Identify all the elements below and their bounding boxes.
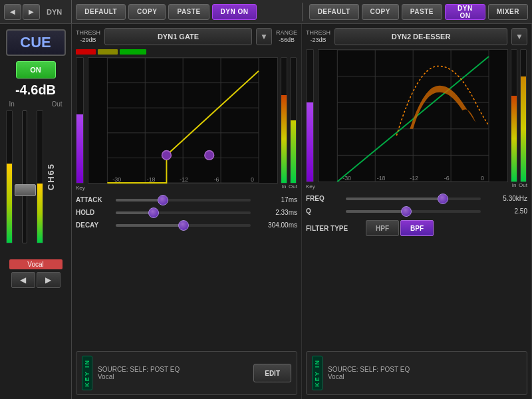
decay-value: 304.00ms [251,221,297,229]
hold-value: 2.33ms [251,209,297,216]
dyn2-notch-fill [410,86,475,129]
dyn1-thresh-info: THRESH -29dB [76,29,100,44]
freq-fill [346,198,443,200]
dyn2-out-meter-area: Out [519,49,527,188]
main-area: CUE ON -4.6dB In Out [0,24,532,399]
out-label: Out [51,100,62,108]
fader-track[interactable] [22,110,27,243]
q-slider[interactable] [346,210,481,213]
dyn1-graph-canvas: -30 -18 -12 -6 0 [88,57,278,184]
svg-text:0: 0 [251,176,254,183]
decay-row: DECAY 304.00ms [76,221,297,229]
dyn2-right-meters: In Out [511,49,527,190]
dyn1-key-in-source: SOURCE: SELF: POST EQ [98,366,248,373]
fader-area[interactable] [15,110,34,243]
out-meter [37,110,43,243]
left-default-button[interactable]: DEFAULT [76,4,126,20]
attack-thumb[interactable] [158,195,168,205]
cue-button[interactable]: CUE [6,29,66,56]
dyn1-header: THRESH -29dB DYN1 GATE ▼ RANGE -56dB [76,28,297,45]
dyn1-out-label: Out [289,184,297,190]
decay-slider[interactable] [116,224,251,227]
dyn2-title-button[interactable]: DYN2 DE-ESSER [334,28,507,45]
in-meter [6,110,13,243]
dyn2-out-label: Out [519,182,527,188]
filter-type-buttons: HPF BPF [366,220,434,236]
freq-value: 5.30kHz [481,195,527,202]
dyn1-key-in-label: KEY IN [82,356,92,390]
dyn1-color-indicators [76,49,297,55]
dyn1-thresh-handle[interactable] [162,151,171,160]
attack-slider[interactable] [116,199,251,201]
sidebar: CUE ON -4.6dB In Out [0,24,72,399]
dyn1-left-meters: Key [76,57,85,191]
left-paste-button[interactable]: PASTE [168,4,209,20]
ci-red [76,49,96,55]
in-out-labels: In Out [9,100,63,108]
in-label: In [9,100,15,108]
dyn1-title-button[interactable]: DYN1 GATE [104,28,252,45]
dyn1-sliders: ATTACK 17ms HOLD 2.33ms DECAY [76,195,297,235]
svg-text:-30: -30 [112,176,121,183]
play-button[interactable]: ▶ [23,4,40,20]
dyn1-in-meter [281,57,287,184]
dyn2-dropdown-button[interactable]: ▼ [511,28,527,45]
filter-type-label: FILTER TYPE [306,225,366,232]
ci-yellow [98,49,118,55]
decay-fill [116,224,184,227]
left-dyn-on-button[interactable]: DYN ON [212,4,257,20]
dyn2-graph-section: Key [306,49,527,190]
dyn2-key-in-info: SOURCE: SELF: POST EQ Vocal [328,366,521,380]
dyn1-graph-section: Key [76,57,297,191]
attack-value: 17ms [251,196,297,203]
right-toolbar: DEFAULT COPY PASTE DYN ON MIXER [305,4,532,20]
edit-button[interactable]: EDIT [253,364,291,382]
on-button[interactable]: ON [16,61,56,78]
dyn2-in-meter-area: In [511,49,517,188]
rewind-button[interactable]: ◀ [4,4,21,20]
ci-green [120,49,146,55]
channel-label-area: CH65 [46,110,56,243]
svg-text:-12: -12 [410,175,418,182]
nav-arrows: ◀ ▶ [11,272,61,288]
dyn1-range-handle[interactable] [205,151,214,160]
dyn1-thresh-value: -29dB [76,37,100,44]
q-value: 2.50 [481,207,527,215]
svg-text:-18: -18 [147,176,156,183]
out-meter-group [37,110,43,243]
hold-slider[interactable] [116,211,251,214]
left-copy-button[interactable]: COPY [128,4,166,20]
dyn1-out-meter [290,57,297,184]
dyn1-panel: THRESH -29dB DYN1 GATE ▼ RANGE -56dB Ke [72,24,302,399]
dyn1-dropdown-button[interactable]: ▼ [256,28,272,45]
hpf-button[interactable]: HPF [366,220,399,236]
right-copy-button[interactable]: COPY [362,4,399,20]
hold-thumb[interactable] [148,207,159,218]
attack-label: ATTACK [76,196,116,203]
q-row: Q 2.50 [306,207,527,215]
svg-text:0: 0 [481,175,484,182]
decay-thumb[interactable] [178,220,189,231]
right-dyn-on-button[interactable]: DYN ON [445,4,485,20]
right-paste-button[interactable]: PASTE [402,4,442,20]
q-fill [346,210,406,213]
bpf-button[interactable]: BPF [400,220,434,236]
dyn1-thresh-meter [76,57,84,184]
q-thumb[interactable] [401,206,412,217]
dyn2-thresh-label: THRESH [306,29,331,37]
dyn1-in-meter-area: In [281,57,287,190]
freq-thumb[interactable] [438,194,448,204]
nav-prev-button[interactable]: ◀ [11,272,35,288]
q-label: Q [306,207,346,215]
dyn2-key-in-section: KEY IN SOURCE: SELF: POST EQ Vocal [306,351,527,395]
mixer-button[interactable]: MIXER [488,4,528,20]
nav-next-button[interactable]: ▶ [37,272,61,288]
freq-slider[interactable] [346,198,481,200]
right-default-button[interactable]: DEFAULT [309,4,359,20]
db-display: -4.6dB [15,82,56,98]
top-bar: ◀ ▶ DYN DEFAULT COPY PASTE DYN ON DEFAUL… [0,0,532,24]
attack-row: ATTACK 17ms [76,196,297,203]
dyn1-range-label: RANGE [276,29,297,37]
fader-handle[interactable] [15,184,36,196]
dyn2-thresh-value: -23dB [306,37,331,44]
